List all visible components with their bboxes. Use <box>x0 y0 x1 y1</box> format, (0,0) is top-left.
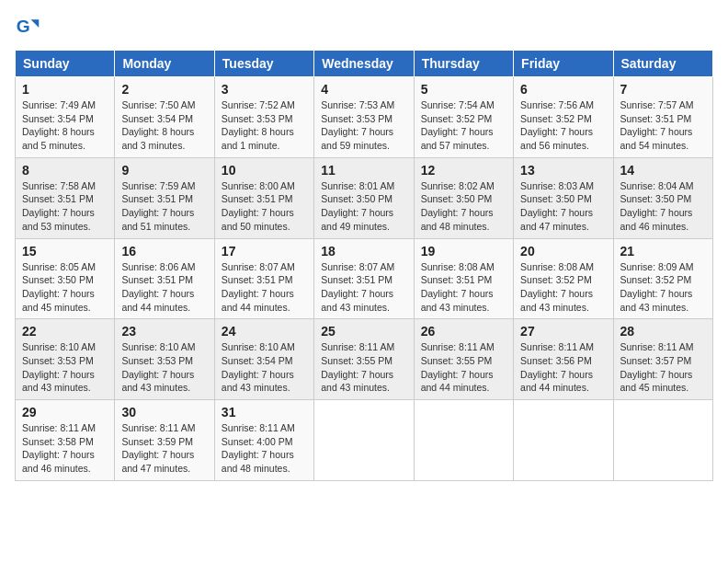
day-info: Sunrise: 8:11 AM Sunset: 3:55 PM Dayligh… <box>421 340 506 395</box>
day-cell: 8 Sunrise: 7:58 AM Sunset: 3:51 PM Dayli… <box>16 157 115 238</box>
day-number: 8 <box>22 163 108 178</box>
day-number: 2 <box>121 82 207 97</box>
day-info: Sunrise: 7:58 AM Sunset: 3:51 PM Dayligh… <box>22 179 108 234</box>
day-info: Sunrise: 8:11 AM Sunset: 3:58 PM Dayligh… <box>22 421 108 476</box>
column-header-saturday: Saturday <box>613 51 712 77</box>
page-header: G <box>15 15 713 40</box>
day-info: Sunrise: 8:07 AM Sunset: 3:51 PM Dayligh… <box>222 260 307 315</box>
day-cell: 25 Sunrise: 8:11 AM Sunset: 3:55 PM Dayl… <box>314 319 414 400</box>
day-number: 12 <box>421 163 506 178</box>
day-cell: 19 Sunrise: 8:08 AM Sunset: 3:51 PM Dayl… <box>414 238 513 319</box>
day-info: Sunrise: 8:11 AM Sunset: 3:55 PM Dayligh… <box>321 340 406 395</box>
day-cell: 17 Sunrise: 8:07 AM Sunset: 3:51 PM Dayl… <box>214 238 313 319</box>
week-row-4: 22 Sunrise: 8:10 AM Sunset: 3:53 PM Dayl… <box>16 319 713 400</box>
day-info: Sunrise: 8:11 AM Sunset: 3:59 PM Dayligh… <box>121 421 207 476</box>
column-header-friday: Friday <box>514 51 613 77</box>
day-number: 24 <box>222 324 307 339</box>
day-info: Sunrise: 8:08 AM Sunset: 3:52 PM Dayligh… <box>520 260 606 315</box>
day-cell: 13 Sunrise: 8:03 AM Sunset: 3:50 PM Dayl… <box>514 157 613 238</box>
day-info: Sunrise: 7:59 AM Sunset: 3:51 PM Dayligh… <box>121 179 207 234</box>
day-number: 11 <box>321 163 406 178</box>
day-info: Sunrise: 7:57 AM Sunset: 3:51 PM Dayligh… <box>620 98 706 153</box>
day-number: 18 <box>321 244 406 259</box>
logo: G <box>15 15 44 40</box>
day-info: Sunrise: 8:11 AM Sunset: 3:56 PM Dayligh… <box>520 340 606 395</box>
calendar-table: SundayMondayTuesdayWednesdayThursdayFrid… <box>15 50 713 481</box>
day-info: Sunrise: 8:11 AM Sunset: 4:00 PM Dayligh… <box>222 421 307 476</box>
week-row-2: 8 Sunrise: 7:58 AM Sunset: 3:51 PM Dayli… <box>16 157 713 238</box>
day-number: 3 <box>222 82 307 97</box>
day-info: Sunrise: 8:08 AM Sunset: 3:51 PM Dayligh… <box>421 260 506 315</box>
week-row-5: 29 Sunrise: 8:11 AM Sunset: 3:58 PM Dayl… <box>16 400 713 481</box>
day-cell: 22 Sunrise: 8:10 AM Sunset: 3:53 PM Dayl… <box>16 319 115 400</box>
column-header-thursday: Thursday <box>414 51 513 77</box>
day-cell: 21 Sunrise: 8:09 AM Sunset: 3:52 PM Dayl… <box>613 238 712 319</box>
day-cell: 3 Sunrise: 7:52 AM Sunset: 3:53 PM Dayli… <box>214 77 313 158</box>
day-info: Sunrise: 7:49 AM Sunset: 3:54 PM Dayligh… <box>22 98 108 153</box>
day-cell: 30 Sunrise: 8:11 AM Sunset: 3:59 PM Dayl… <box>115 400 214 481</box>
day-cell: 2 Sunrise: 7:50 AM Sunset: 3:54 PM Dayli… <box>115 77 214 158</box>
day-cell: 4 Sunrise: 7:53 AM Sunset: 3:53 PM Dayli… <box>314 77 414 158</box>
day-number: 9 <box>121 163 207 178</box>
day-number: 31 <box>222 405 307 419</box>
day-info: Sunrise: 8:07 AM Sunset: 3:51 PM Dayligh… <box>321 260 406 315</box>
day-info: Sunrise: 8:05 AM Sunset: 3:50 PM Dayligh… <box>22 260 108 315</box>
day-number: 17 <box>222 244 307 259</box>
day-info: Sunrise: 8:09 AM Sunset: 3:52 PM Dayligh… <box>620 260 706 315</box>
day-cell <box>314 400 414 481</box>
day-cell <box>514 400 613 481</box>
day-number: 10 <box>222 163 307 178</box>
day-info: Sunrise: 8:10 AM Sunset: 3:53 PM Dayligh… <box>22 340 108 395</box>
logo-icon: G <box>15 15 40 40</box>
day-number: 25 <box>321 324 406 339</box>
day-info: Sunrise: 8:10 AM Sunset: 3:53 PM Dayligh… <box>121 340 207 395</box>
day-cell: 10 Sunrise: 8:00 AM Sunset: 3:51 PM Dayl… <box>214 157 313 238</box>
day-cell: 11 Sunrise: 8:01 AM Sunset: 3:50 PM Dayl… <box>314 157 414 238</box>
day-number: 28 <box>620 324 706 339</box>
day-cell <box>613 400 712 481</box>
day-info: Sunrise: 7:56 AM Sunset: 3:52 PM Dayligh… <box>520 98 606 153</box>
day-info: Sunrise: 8:06 AM Sunset: 3:51 PM Dayligh… <box>121 260 207 315</box>
day-info: Sunrise: 8:00 AM Sunset: 3:51 PM Dayligh… <box>222 179 307 234</box>
day-info: Sunrise: 7:53 AM Sunset: 3:53 PM Dayligh… <box>321 98 406 153</box>
day-number: 4 <box>321 82 406 97</box>
day-number: 27 <box>520 324 606 339</box>
week-row-1: 1 Sunrise: 7:49 AM Sunset: 3:54 PM Dayli… <box>16 77 713 158</box>
day-number: 1 <box>22 82 108 97</box>
header-row: SundayMondayTuesdayWednesdayThursdayFrid… <box>16 51 713 77</box>
day-number: 21 <box>620 244 706 259</box>
day-info: Sunrise: 7:52 AM Sunset: 3:53 PM Dayligh… <box>222 98 307 153</box>
day-cell: 7 Sunrise: 7:57 AM Sunset: 3:51 PM Dayli… <box>613 77 712 158</box>
day-number: 14 <box>620 163 706 178</box>
day-number: 5 <box>421 82 506 97</box>
day-cell: 6 Sunrise: 7:56 AM Sunset: 3:52 PM Dayli… <box>514 77 613 158</box>
day-cell: 28 Sunrise: 8:11 AM Sunset: 3:57 PM Dayl… <box>613 319 712 400</box>
day-number: 7 <box>620 82 706 97</box>
day-info: Sunrise: 8:03 AM Sunset: 3:50 PM Dayligh… <box>520 179 606 234</box>
day-number: 22 <box>22 324 108 339</box>
day-cell: 9 Sunrise: 7:59 AM Sunset: 3:51 PM Dayli… <box>115 157 214 238</box>
day-cell: 29 Sunrise: 8:11 AM Sunset: 3:58 PM Dayl… <box>16 400 115 481</box>
svg-marker-1 <box>31 19 40 28</box>
day-info: Sunrise: 7:54 AM Sunset: 3:52 PM Dayligh… <box>421 98 506 153</box>
day-cell: 27 Sunrise: 8:11 AM Sunset: 3:56 PM Dayl… <box>514 319 613 400</box>
day-info: Sunrise: 7:50 AM Sunset: 3:54 PM Dayligh… <box>121 98 207 153</box>
day-cell: 31 Sunrise: 8:11 AM Sunset: 4:00 PM Dayl… <box>214 400 313 481</box>
day-cell: 14 Sunrise: 8:04 AM Sunset: 3:50 PM Dayl… <box>613 157 712 238</box>
day-cell: 16 Sunrise: 8:06 AM Sunset: 3:51 PM Dayl… <box>115 238 214 319</box>
day-cell: 24 Sunrise: 8:10 AM Sunset: 3:54 PM Dayl… <box>214 319 313 400</box>
svg-text:G: G <box>17 17 30 36</box>
column-header-sunday: Sunday <box>16 51 115 77</box>
week-row-3: 15 Sunrise: 8:05 AM Sunset: 3:50 PM Dayl… <box>16 238 713 319</box>
day-cell: 1 Sunrise: 7:49 AM Sunset: 3:54 PM Dayli… <box>16 77 115 158</box>
day-number: 26 <box>421 324 506 339</box>
day-cell: 5 Sunrise: 7:54 AM Sunset: 3:52 PM Dayli… <box>414 77 513 158</box>
day-cell: 12 Sunrise: 8:02 AM Sunset: 3:50 PM Dayl… <box>414 157 513 238</box>
day-info: Sunrise: 8:01 AM Sunset: 3:50 PM Dayligh… <box>321 179 406 234</box>
column-header-wednesday: Wednesday <box>314 51 414 77</box>
day-number: 19 <box>421 244 506 259</box>
day-info: Sunrise: 8:02 AM Sunset: 3:50 PM Dayligh… <box>421 179 506 234</box>
day-number: 16 <box>121 244 207 259</box>
day-cell: 20 Sunrise: 8:08 AM Sunset: 3:52 PM Dayl… <box>514 238 613 319</box>
day-info: Sunrise: 8:04 AM Sunset: 3:50 PM Dayligh… <box>620 179 706 234</box>
